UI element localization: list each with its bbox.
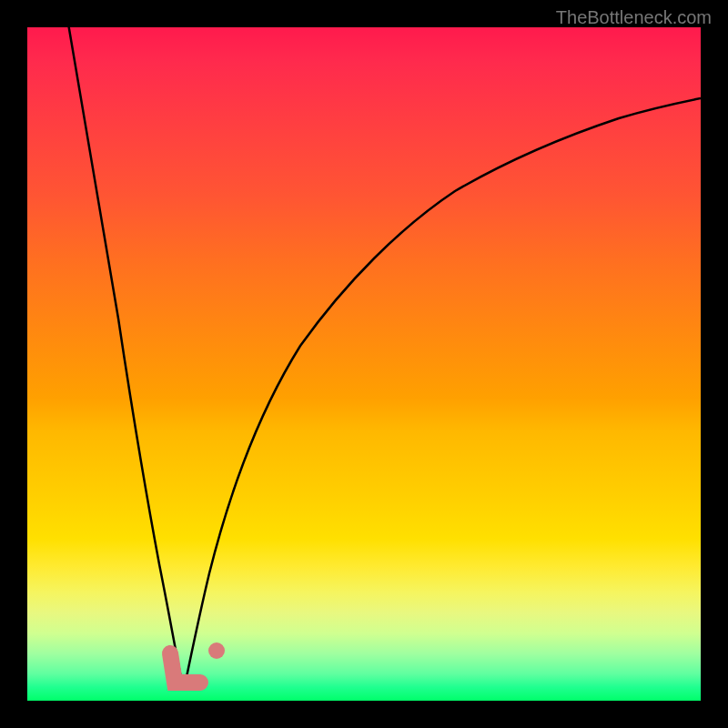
chart-gradient-area bbox=[27, 27, 701, 701]
left-curve bbox=[67, 27, 184, 690]
dot-marker bbox=[208, 642, 225, 659]
chart-curves bbox=[27, 27, 701, 701]
watermark-text: TheBottleneck.com bbox=[556, 7, 712, 28]
l-marker bbox=[170, 653, 200, 682]
right-curve bbox=[184, 98, 701, 690]
